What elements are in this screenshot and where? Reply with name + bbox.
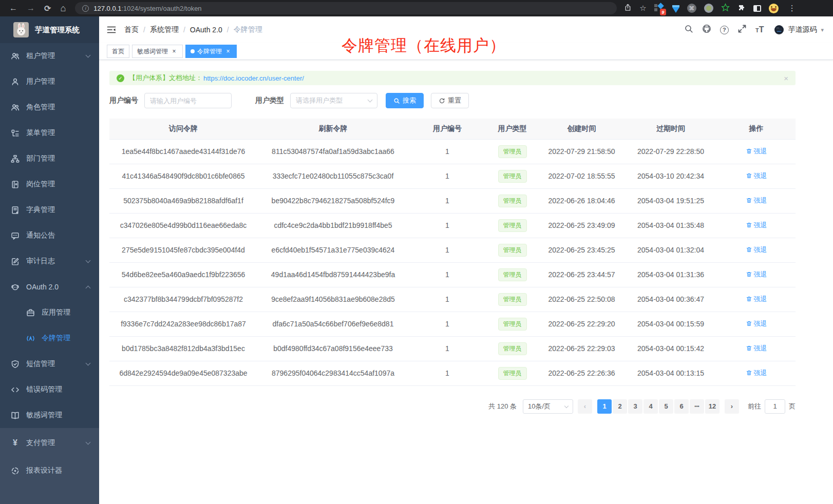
- doc-link[interactable]: https://doc.iocoder.cn/user-center/: [203, 74, 304, 82]
- sidebar-item-sms[interactable]: 短信管理: [0, 351, 99, 377]
- breadcrumb-oauth2[interactable]: OAuth 2.0: [190, 26, 222, 34]
- puzzle-extensions-icon[interactable]: [737, 4, 746, 13]
- site-info-icon[interactable]: i: [82, 5, 89, 12]
- force-logout-button[interactable]: 强退: [746, 171, 767, 181]
- sidebar-collapse-icon[interactable]: [107, 26, 116, 34]
- address-bar[interactable]: i 127.0.0.1:1024/system/oauth2/token: [75, 2, 617, 14]
- table-row: b0d1785bc3a8482f812db4a3f3bd15ecb0df4980…: [109, 336, 796, 361]
- sidebar-item-dept[interactable]: 部门管理: [0, 146, 99, 171]
- sidebar-item-dict[interactable]: 字典管理: [0, 197, 99, 223]
- more-pages-button[interactable]: •••: [690, 399, 704, 414]
- sidebar-item-user[interactable]: 用户管理: [0, 69, 99, 94]
- sidebar-logo[interactable]: 芋道管理系统: [0, 16, 99, 43]
- next-page-button[interactable]: ›: [725, 399, 739, 414]
- search-icon[interactable]: [684, 24, 693, 35]
- sidebar-item-report[interactable]: 报表设计器: [0, 457, 99, 484]
- sidebar-item-post[interactable]: 岗位管理: [0, 171, 99, 197]
- page-button-5[interactable]: 5: [659, 399, 673, 414]
- tab-token[interactable]: 令牌管理 ×: [185, 45, 237, 58]
- tab-home[interactable]: 首页: [107, 45, 129, 58]
- code-icon: [11, 385, 20, 394]
- sidebar-item-role[interactable]: 角色管理: [0, 94, 99, 120]
- side-panel-icon[interactable]: [753, 5, 761, 12]
- gem-extension-icon[interactable]: [672, 7, 679, 13]
- force-logout-button[interactable]: 强退: [746, 196, 767, 205]
- force-logout-button[interactable]: 强退: [746, 221, 767, 230]
- browser-menu-icon[interactable]: ⋮: [788, 4, 796, 13]
- sidebar-item-sensitive-word[interactable]: 敏感词管理: [0, 402, 99, 428]
- sidebar-item-pay[interactable]: ¥支付管理: [0, 429, 99, 457]
- force-logout-button[interactable]: 强退: [746, 319, 767, 328]
- refresh-token-cell: 333ecfc71e02480cb11055c875c3ca0f: [257, 164, 409, 188]
- fullscreen-icon[interactable]: [737, 24, 747, 35]
- reset-button[interactable]: 重置: [431, 93, 469, 108]
- force-logout-button[interactable]: 强退: [746, 245, 767, 255]
- access-token-cell: 41c41346a548490f9dc8b01c6bfe0865: [109, 164, 257, 188]
- chevron-down-icon: [564, 403, 569, 408]
- page-button-6[interactable]: 6: [674, 399, 689, 414]
- home-icon[interactable]: ⌂: [60, 3, 66, 14]
- sidebar-item-tenant[interactable]: 租户管理: [0, 43, 99, 69]
- sidebar-item-notice[interactable]: 通知公告: [0, 223, 99, 248]
- extension-blocks-icon[interactable]: 9: [654, 3, 665, 13]
- sidebar-item-oauth2[interactable]: OAuth 2.0: [0, 274, 99, 300]
- force-logout-button[interactable]: 强退: [746, 147, 767, 156]
- app-title: 芋道管理系统: [35, 25, 80, 35]
- force-logout-button[interactable]: 强退: [746, 295, 767, 304]
- sidebar-item-audit-log[interactable]: 审计日志: [0, 248, 99, 274]
- action-cell: 强退: [717, 287, 796, 312]
- user-menu[interactable]: 芋道源码 ▾: [774, 25, 824, 34]
- sidebar-item-label: 错误码管理: [26, 385, 62, 394]
- alert-close-icon[interactable]: ×: [784, 74, 788, 83]
- github-icon[interactable]: [702, 24, 711, 35]
- breadcrumb-system[interactable]: 系统管理: [150, 25, 179, 34]
- prev-page-button[interactable]: ‹: [578, 399, 592, 414]
- created-time-cell: 2022-07-29 21:58:50: [539, 139, 624, 164]
- sidebar-item-label: 菜单管理: [26, 128, 55, 138]
- page-button-2[interactable]: 2: [613, 399, 627, 414]
- goto-page-input[interactable]: [765, 399, 785, 414]
- sidebar-item-label: 报表设计器: [26, 466, 62, 475]
- recorder-extension-icon[interactable]: [704, 4, 713, 13]
- close-icon[interactable]: ×: [171, 48, 178, 55]
- user-id-cell: 1: [409, 361, 486, 385]
- refresh-token-cell: be90422b8c7946218275a508bf524fc9: [257, 188, 409, 213]
- user-id-input[interactable]: [144, 93, 232, 108]
- sidebar-item-menu[interactable]: 菜单管理: [0, 120, 99, 146]
- back-icon[interactable]: ←: [9, 4, 17, 13]
- bookmark-star-icon[interactable]: ☆: [639, 4, 646, 13]
- profile-emoji-icon[interactable]: [769, 4, 779, 13]
- font-size-icon[interactable]: TT: [755, 25, 764, 34]
- segmented-circle-icon: [11, 467, 20, 475]
- force-logout-button[interactable]: 强退: [746, 369, 767, 378]
- action-cell: 强退: [717, 238, 796, 262]
- sidebar-item-oauth2-app[interactable]: 应用管理: [0, 300, 99, 325]
- username: 芋道源码: [788, 25, 817, 34]
- pagination: 共 120 条 10条/页 ‹ 123456•••12 › 前往 页: [109, 399, 796, 414]
- id-badge-icon: [11, 180, 20, 189]
- force-logout-button[interactable]: 强退: [746, 270, 767, 279]
- forward-icon[interactable]: →: [27, 4, 35, 13]
- help-icon[interactable]: ?: [720, 26, 729, 34]
- share-icon[interactable]: [624, 4, 632, 13]
- search-button[interactable]: 搜索: [386, 93, 424, 108]
- page-size-select[interactable]: 10条/页: [523, 399, 573, 414]
- expire-time-cell: 2054-03-10 20:42:34: [624, 164, 717, 188]
- page-button-12[interactable]: 12: [705, 399, 720, 414]
- page-button-1[interactable]: 1: [597, 399, 612, 414]
- reload-icon[interactable]: ⟳: [44, 4, 51, 13]
- green-star-extension-icon[interactable]: [721, 3, 730, 14]
- sidebar-item-label: 字典管理: [26, 205, 55, 215]
- page-button-3[interactable]: 3: [628, 399, 642, 414]
- goto-label: 前往: [748, 402, 761, 411]
- tab-sensitive-word[interactable]: 敏感词管理 ×: [132, 45, 183, 58]
- close-icon[interactable]: ×: [224, 48, 232, 55]
- breadcrumb-home[interactable]: 首页: [124, 25, 139, 34]
- user-type-select[interactable]: 请选择用户类型: [290, 93, 377, 108]
- command-extension-icon[interactable]: ⌘: [687, 4, 696, 13]
- sidebar-item-oauth2-token[interactable]: 令牌管理: [0, 325, 99, 351]
- force-logout-button[interactable]: 强退: [746, 344, 767, 353]
- sidebar-item-error-code[interactable]: 错误码管理: [0, 377, 99, 402]
- user-type-badge: 管理员: [498, 367, 527, 380]
- page-button-4[interactable]: 4: [643, 399, 658, 414]
